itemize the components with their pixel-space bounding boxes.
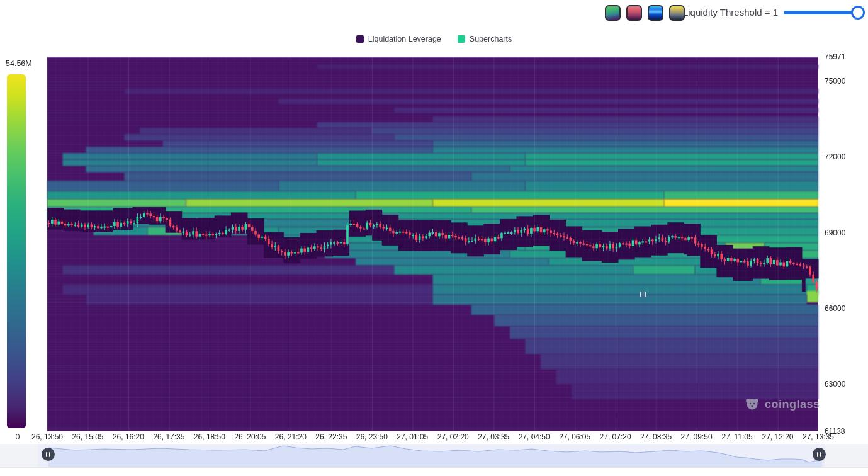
colorbar-min-label: 0 [14,433,21,441]
x-axis-label: 26, 18:50 [194,433,225,441]
x-axis-label: 26, 15:05 [72,433,103,441]
x-axis-label: 27, 08:35 [640,433,672,441]
liquidity-threshold-slider[interactable] [784,0,868,25]
x-axis-label: 26, 20:05 [234,433,266,441]
x-axis-label: 27, 12:20 [762,433,793,441]
y-axis-label: 75000 [825,77,845,86]
order-marker-square[interactable] [640,292,646,297]
coinglass-watermark: coinglass [744,396,820,412]
coinglass-bear-icon [744,396,760,412]
legend-label: Supercharts [470,35,512,43]
legend-swatch-green [458,35,465,43]
chart-legend: Liquidation Leverage Supercharts [0,35,868,43]
x-axis-label: 26, 13:50 [31,433,63,441]
colormap-viridis-button[interactable] [605,5,621,21]
x-axis-label: 27, 13:35 [803,433,834,441]
y-axis-label: 69000 [825,229,845,237]
colormap-blue-button[interactable] [648,5,663,21]
y-axis-label: 72000 [825,152,845,161]
x-axis-label: 27, 04:50 [519,433,550,441]
liquidation-heatmap-page: Liquidity Threshold = 1 Liquidation Leve… [0,0,868,476]
colorbar-gradient [7,74,26,428]
x-axis-label: 26, 21:20 [275,433,307,441]
colormap-magma-button[interactable] [626,5,642,21]
x-axis-label: 27, 07:20 [600,433,631,441]
y-axis-label: 66000 [825,304,845,313]
x-axis-label: 27, 02:20 [437,433,469,441]
legend-swatch-purple [356,35,364,43]
slider-track[interactable] [784,11,860,14]
legend-label: Liquidation Leverage [368,35,441,43]
x-axis-label: 27, 11:05 [721,433,752,441]
colorbar-max-label: 54.56M [6,59,32,68]
legend-item-supercharts[interactable]: Supercharts [458,35,512,43]
liquidity-threshold-label: Liquidity Threshold = 1 [680,7,778,18]
x-axis-label: 26, 22:35 [315,433,347,441]
navigator-left-handle[interactable] [42,448,55,461]
navigator-right-handle[interactable] [813,448,826,461]
x-axis-label: 27, 01:05 [397,433,428,441]
x-axis-label: 26, 16:20 [113,433,144,441]
x-axis-label: 27, 09:50 [681,433,713,441]
x-axis-label: 26, 17:35 [153,433,184,441]
coinglass-watermark-text: coinglass [765,398,820,411]
x-axis-label: 27, 06:05 [559,433,590,441]
slider-knob[interactable] [851,6,865,20]
x-axis-label: 26, 23:50 [356,433,388,441]
legend-item-liquidation-leverage[interactable]: Liquidation Leverage [356,35,441,43]
y-axis-label: 63000 [825,380,845,388]
colormap-picker [605,5,685,21]
x-axis-label: 27, 03:35 [478,433,509,441]
y-axis-label: 75971 [825,52,845,61]
liquidation-heatmap-canvas[interactable] [0,0,868,476]
